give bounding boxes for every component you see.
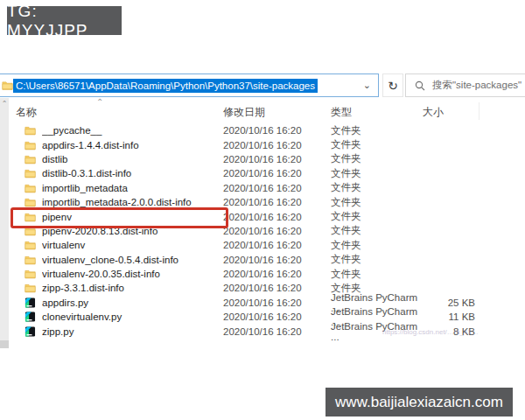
file-date: 2020/10/16 16:20 [223,140,331,150]
table-row[interactable]: __pycache__ 2020/10/16 16:20 文件夹 [9,123,525,137]
watermark-text: https://blog.csdn.net/…m_41… [382,328,525,336]
folder-icon [24,283,36,293]
file-name: appdirs.py [42,298,223,308]
folder-icon [24,140,36,150]
column-separator [479,102,480,120]
folder-icon [24,240,36,250]
scrollbar-thumb[interactable] [0,340,9,348]
folder-icon [24,154,36,164]
table-row[interactable]: virtualenv_clone-0.5.4.dist-info 2020/10… [9,253,525,267]
address-bar[interactable]: C:\Users\86571\AppData\Roaming\Python\Py… [0,74,379,97]
file-name: zipp-3.3.1.dist-info [42,283,223,293]
file-date: 2020/10/16 16:20 [223,226,331,236]
pycharm-file-icon [24,326,36,337]
file-name: distlib [42,154,223,164]
folder-icon [24,197,36,207]
file-name: virtualenv-20.0.35.dist-info [42,269,223,279]
file-size: 25 KB [420,298,475,308]
file-type: 文件夹 [331,224,420,237]
folder-icon [24,212,36,222]
pycharm-file-icon [24,298,36,308]
file-date: 2020/10/16 16:20 [223,212,331,222]
file-type: 文件夹 [331,210,420,223]
search-input[interactable]: 搜索"site-packages" [405,74,525,97]
file-type: 文件夹 [331,196,420,209]
site-badge: www.baijialexiazaicn.com [326,388,513,416]
table-row[interactable]: distlib 2020/10/16 16:20 文件夹 [9,152,525,166]
file-type: 文件夹 [331,138,420,151]
table-row[interactable]: importlib_metadata 2020/10/16 16:20 文件夹 [9,181,525,195]
file-date: 2020/10/16 16:20 [223,269,331,279]
tg-badge: TG: MYYJJPP [7,6,122,35]
file-type: 文件夹 [331,167,420,180]
file-name: appdirs-1.4.4.dist-info [42,140,223,150]
file-type: 文件夹 [331,253,420,266]
address-dropdown-icon[interactable]: ⌄ [363,80,371,91]
folder-icon [24,255,36,265]
file-date: 2020/10/16 16:20 [223,255,331,265]
address-folder-icon [2,80,13,90]
file-name: virtualenv [42,240,223,250]
file-type: 文件夹 [331,152,420,165]
file-date: 2020/10/16 16:20 [223,125,331,136]
table-row[interactable]: appdirs.py 2020/10/16 16:20 JetBrains Py… [9,296,525,310]
folder-icon [24,168,36,178]
file-date: 2020/10/16 16:20 [223,283,331,293]
file-name: __pycache__ [42,125,223,136]
search-placeholder: 搜索"site-packages" [432,79,522,92]
table-row[interactable]: pipenv 2020/10/16 16:20 文件夹 [9,209,525,223]
table-row[interactable]: virtualenv-20.0.35.dist-info 2020/10/16 … [9,267,525,281]
file-name: pipenv-2020.8.13.dist-info [42,226,223,236]
refresh-button[interactable]: ↻ [382,74,403,97]
file-name: zipp.py [42,326,223,337]
folder-icon [24,125,36,136]
file-name: virtualenv_clone-0.5.4.dist-info [42,255,223,265]
table-row[interactable]: clonevirtualenv.py 2020/10/16 16:20 JetB… [9,310,525,324]
search-icon [415,80,425,91]
file-name: clonevirtualenv.py [42,312,223,322]
table-row[interactable]: virtualenv 2020/10/16 16:20 文件夹 [9,238,525,252]
sort-ascending-icon: ⌃ [96,97,103,107]
file-type: 文件夹 [331,239,420,252]
file-date: 2020/10/16 16:20 [223,326,331,337]
file-type: 文件夹 [331,268,420,281]
file-type: 文件夹 [331,181,420,194]
table-row[interactable]: distlib-0.3.1.dist-info 2020/10/16 16:20… [9,166,525,180]
file-date: 2020/10/16 16:20 [223,240,331,250]
table-row[interactable]: pipenv-2020.8.13.dist-info 2020/10/16 16… [9,224,525,238]
file-name: pipenv [42,212,223,222]
file-size: 11 KB [420,312,475,322]
file-date: 2020/10/16 16:20 [223,298,331,308]
file-type: 文件夹 [331,124,420,137]
scrollbar-up-icon[interactable]: ⌃ [0,100,9,108]
column-header-row: ⌃ 名称 修改日期 类型 大小 [0,100,525,122]
folder-icon [24,269,36,279]
file-name: importlib_metadata [42,183,223,193]
column-header-date[interactable]: 修改日期 [223,105,265,120]
file-list: __pycache__ 2020/10/16 16:20 文件夹 appdirs… [9,123,525,339]
address-path-selected[interactable]: C:\Users\86571\AppData\Roaming\Python\Py… [13,79,318,93]
file-date: 2020/10/16 16:20 [223,154,331,164]
column-header-size[interactable]: 大小 [423,105,444,120]
table-row[interactable]: importlib_metadata-2.0.0.dist-info 2020/… [9,195,525,209]
pycharm-file-icon [24,312,36,322]
scrollbar-track[interactable]: ⌃ [0,98,9,348]
file-date: 2020/10/16 16:20 [223,312,331,322]
file-date: 2020/10/16 16:20 [223,183,331,193]
folder-icon [24,183,36,193]
file-name: importlib_metadata-2.0.0.dist-info [42,197,223,207]
table-row[interactable]: appdirs-1.4.4.dist-info 2020/10/16 16:20… [9,137,525,151]
column-header-name[interactable]: 名称 [16,105,37,120]
file-name: distlib-0.3.1.dist-info [42,168,223,178]
folder-icon [24,226,36,236]
file-date: 2020/10/16 16:20 [223,168,331,178]
file-date: 2020/10/16 16:20 [223,197,331,207]
column-header-type[interactable]: 类型 [331,105,352,120]
table-row[interactable]: zipp-3.3.1.dist-info 2020/10/16 16:20 文件… [9,281,525,295]
